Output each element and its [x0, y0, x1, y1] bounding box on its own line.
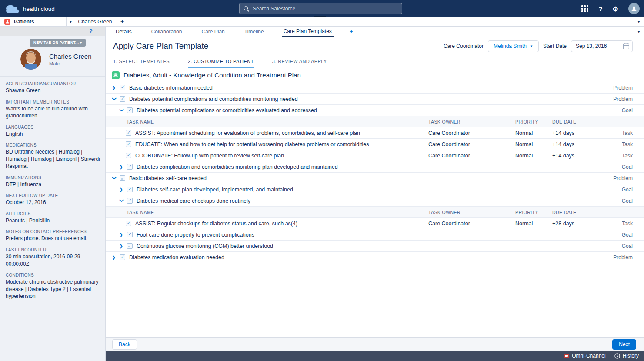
chevron-down-icon[interactable]: ❯: [120, 108, 124, 112]
omni-channel-utility[interactable]: Omni-Channel: [564, 353, 605, 359]
tab-patients-dropdown[interactable]: ▼: [66, 17, 75, 26]
chevron-down-icon[interactable]: ❯: [112, 97, 117, 101]
task-row: EDUCATE: When and how to get help for po…: [106, 139, 644, 150]
subtab-details[interactable]: Details: [114, 27, 133, 37]
task-table-header-row: TASK NAMETASK OWNERPRIORITYDUE DATE: [106, 116, 644, 127]
subtab-add-button[interactable]: +: [350, 27, 353, 37]
sidebar-section: LANGUAGESEnglish: [6, 125, 101, 138]
add-tab-button[interactable]: +: [115, 17, 129, 26]
sidebar-section-value: English: [6, 130, 101, 138]
primary-tab-row: Patients ▼ Charles Green + ▼: [0, 17, 644, 27]
next-button[interactable]: Next: [612, 339, 636, 350]
tree-row: ❯Diabetes potential complications and co…: [106, 94, 644, 105]
sidebar-divider: [0, 76, 105, 77]
wizard-step-2[interactable]: 2. CUSTOMIZE TO PATIENT: [188, 59, 254, 68]
column-task-owner: TASK OWNER: [428, 210, 460, 215]
subtab-overflow-caret[interactable]: ▼: [637, 30, 641, 34]
tab-patients[interactable]: Patients: [0, 17, 66, 26]
calendar-icon[interactable]: [623, 43, 629, 49]
global-search[interactable]: [239, 3, 402, 14]
care-plan-tree: ❯Basic diabetes information neededProble…: [106, 82, 644, 263]
template-title: Diabetes, Adult - Knowledge of Condition…: [123, 71, 301, 79]
row-checkbox[interactable]: [126, 130, 131, 136]
new-tab-on-patient-button[interactable]: NEW TAB ON PATIENT... ▾: [30, 39, 86, 47]
sidebar-section: NOTES ON CONTACT PREFERENCESPrefers phon…: [6, 229, 101, 242]
row-type-label: Goal: [622, 198, 633, 204]
history-utility[interactable]: History: [614, 353, 639, 359]
patients-tab-icon: [4, 19, 10, 25]
subtab-care-plan-templates[interactable]: Care Plan Templates: [282, 27, 334, 37]
back-button[interactable]: Back: [112, 339, 137, 350]
row-label: ASSIST: Regular checkups for diabetes st…: [135, 221, 297, 227]
chevron-right-icon[interactable]: ❯: [120, 233, 123, 237]
sidebar-section-label: LAST ENCOUNTER: [6, 247, 101, 252]
row-type-label: Goal: [622, 107, 633, 114]
row-checkbox[interactable]: [120, 175, 125, 181]
user-avatar[interactable]: [628, 3, 640, 14]
subtab-collaboration[interactable]: Collaboration: [150, 27, 184, 37]
search-input[interactable]: [253, 6, 398, 12]
sidebar-section: NEXT FOLLOW UP DATEOctober 12, 2016: [6, 193, 101, 206]
patient-photo: [20, 49, 41, 70]
wizard-step-3[interactable]: 3. REVIEW AND APPLY: [272, 59, 327, 68]
row-label: EDUCATE: When and how to get help for po…: [135, 141, 369, 147]
row-checkbox[interactable]: [120, 85, 125, 90]
row-type-label: Task: [622, 141, 633, 147]
app-launcher-grid-icon[interactable]: [581, 5, 588, 12]
task-owner-value: Care Coordinator: [428, 221, 470, 227]
row-checkbox[interactable]: [127, 243, 133, 249]
row-checkbox[interactable]: [127, 232, 133, 237]
column-priority: PRIORITY: [515, 210, 538, 215]
sidebar-section: ALLERGIESPeanuts | Penicillin: [6, 211, 101, 224]
column-priority: PRIORITY: [515, 119, 538, 124]
chevron-right-icon[interactable]: ❯: [120, 244, 123, 248]
sidebar-help-icon[interactable]: ?: [89, 28, 93, 34]
help-icon[interactable]: ?: [598, 6, 602, 12]
tree-row: ❯Continuous glucose monitoring (CGM) bet…: [106, 241, 644, 252]
tree-row: ❯Diabetes medical care checkups done rou…: [106, 195, 644, 207]
tree-row: ❯Diabetes potential complications or com…: [106, 105, 644, 116]
row-type-label: Goal: [622, 187, 633, 193]
row-checkbox[interactable]: [126, 153, 131, 158]
wizard-step-1[interactable]: 1. SELECT TEMPLATES: [113, 59, 170, 68]
row-label: Diabetes medical care checkups done rout…: [137, 198, 250, 204]
row-checkbox[interactable]: [120, 254, 125, 260]
subtab-care-plan[interactable]: Care Plan: [200, 27, 226, 37]
tab-charles-green-label: Charles Green: [78, 19, 112, 25]
care-coordinator-select[interactable]: Melinda Smith▼: [488, 40, 539, 52]
column-task-name: TASK NAME: [127, 119, 154, 124]
chevron-right-icon[interactable]: ❯: [112, 86, 116, 90]
sidebar-section-label: ALLERGIES: [6, 211, 101, 216]
column-due-date: DUE DATE: [552, 210, 577, 215]
setup-gear-icon[interactable]: ⚙: [613, 6, 618, 12]
history-clock-icon: [614, 353, 620, 359]
subtab-timeline[interactable]: Timeline: [243, 27, 266, 37]
tab-charles-green[interactable]: Charles Green: [75, 17, 115, 26]
chevron-down-icon[interactable]: ❯: [112, 176, 117, 180]
task-owner-value: Care Coordinator: [428, 153, 470, 159]
row-label: Foot care done properly to prevent compl…: [137, 232, 254, 238]
task-due-date-value: +14 days: [552, 130, 574, 136]
row-checkbox[interactable]: [127, 107, 133, 113]
row-checkbox[interactable]: [126, 141, 131, 147]
row-checkbox[interactable]: [127, 164, 133, 170]
task-row: ASSIST: Regular checkups for diabetes st…: [106, 218, 644, 229]
wizard-action-bar: Back Next: [106, 337, 644, 351]
patient-subtabs: DetailsCollaborationCare PlanTimelineCar…: [106, 27, 644, 37]
row-checkbox[interactable]: [126, 221, 131, 226]
row-type-label: Task: [622, 153, 633, 159]
tab-row-overflow-caret[interactable]: ▼: [637, 20, 641, 24]
chevron-right-icon[interactable]: ❯: [112, 255, 116, 260]
chevron-right-icon[interactable]: ❯: [120, 187, 123, 192]
row-checkbox[interactable]: [127, 187, 133, 192]
column-task-owner: TASK OWNER: [428, 119, 460, 124]
chevron-right-icon[interactable]: ❯: [120, 165, 123, 169]
task-table-header-row: TASK NAMETASK OWNERPRIORITYDUE DATE: [106, 207, 644, 218]
start-date-label: Start Date: [543, 43, 567, 49]
sidebar-section-label: NEXT FOLLOW UP DATE: [6, 193, 101, 198]
omni-channel-icon: [564, 354, 569, 358]
row-checkbox[interactable]: [120, 96, 125, 102]
chevron-down-icon[interactable]: ❯: [120, 199, 124, 203]
row-checkbox[interactable]: [127, 198, 133, 204]
main-content: DetailsCollaborationCare PlanTimelineCar…: [106, 27, 644, 361]
